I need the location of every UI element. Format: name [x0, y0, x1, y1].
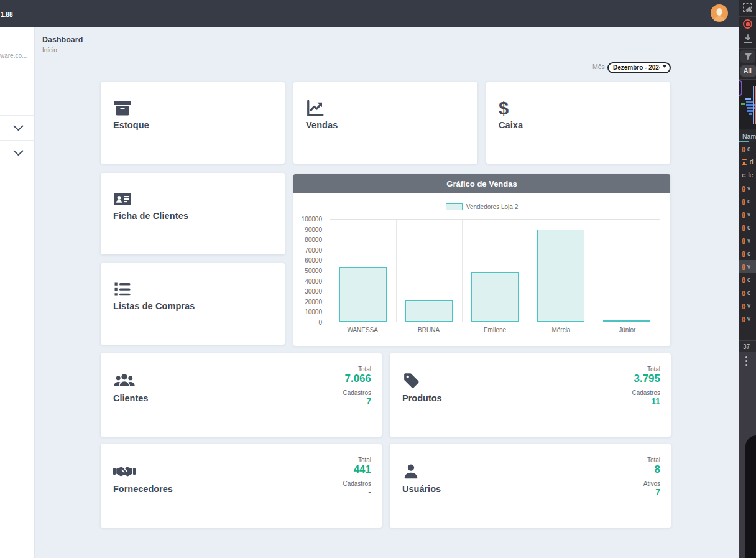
- script-file-icon: {}: [742, 146, 745, 152]
- network-request-row[interactable]: {}c: [739, 273, 756, 286]
- shortcut-card-ficha-de-clientes[interactable]: Ficha de Clientes: [101, 173, 285, 254]
- network-request-list: {}cdCle{}v{}c{}v{}c{}v{}c{}v{}c{}c{}v{}v: [739, 142, 756, 325]
- shortcut-card-caixa[interactable]: $ Caixa: [486, 82, 670, 164]
- media-file-icon: [742, 159, 747, 165]
- network-request-row[interactable]: {}c: [739, 221, 756, 234]
- column-sort-indicator: [739, 141, 749, 142]
- list-icon: [113, 280, 132, 299]
- network-request-row[interactable]: {}v: [739, 299, 756, 312]
- request-name: c: [747, 224, 750, 231]
- y-axis-tick-label: 10000: [305, 309, 322, 315]
- network-request-row[interactable]: d: [739, 156, 756, 169]
- import-har-icon[interactable]: [743, 34, 753, 44]
- handshake-icon: [113, 462, 136, 481]
- script-file-icon: {}: [742, 225, 745, 231]
- left-sidebar: ware.co...: [0, 27, 35, 558]
- shortcut-card-listas-de-compras[interactable]: Listas de Compras: [101, 263, 285, 345]
- network-request-row[interactable]: {}c: [739, 247, 756, 260]
- device-preview-shape: [745, 435, 756, 558]
- metric-label: Cadastros: [632, 389, 660, 396]
- legend-swatch: [446, 203, 463, 210]
- favicon-letter-icon: C: [742, 172, 746, 179]
- overview-load-marker: [753, 86, 754, 124]
- network-request-row[interactable]: {}v: [739, 260, 756, 273]
- metric-value: 441: [343, 463, 371, 476]
- shortcut-card-estoque[interactable]: Estoque: [101, 82, 285, 164]
- chart-bar-BRUNA: [405, 300, 453, 322]
- users-icon: [113, 371, 136, 391]
- inspect-element-icon[interactable]: [743, 3, 752, 12]
- network-request-row[interactable]: {}v: [739, 208, 756, 221]
- user-avatar[interactable]: [711, 4, 728, 22]
- shortcut-card-vendas[interactable]: Vendas: [293, 82, 477, 164]
- y-axis-tick-label: 60000: [305, 257, 322, 264]
- metric-label: Total: [632, 366, 660, 373]
- metric-value: 11: [632, 396, 660, 407]
- overview-bar: [741, 103, 745, 105]
- network-request-row[interactable]: {}v: [739, 234, 756, 247]
- network-name-column-header[interactable]: Nam: [739, 130, 756, 142]
- stat-card-label: Produtos: [402, 393, 442, 403]
- request-name: v: [747, 185, 750, 192]
- stat-card-label: Clientes: [113, 393, 148, 403]
- kebab-menu-icon[interactable]: [745, 356, 747, 368]
- record-network-log-button[interactable]: [743, 19, 752, 29]
- breadcrumb: Início: [42, 47, 57, 53]
- y-axis-tick-label: 100000: [302, 216, 322, 223]
- x-axis-category-label: WANESSA: [330, 327, 395, 333]
- y-axis-tick-label: 40000: [305, 277, 322, 284]
- month-select[interactable]: Dezembro - 2024: [607, 62, 671, 73]
- tag-icon: [402, 371, 421, 391]
- y-axis-tick-label: 90000: [305, 226, 322, 233]
- network-request-row[interactable]: Cle: [739, 169, 756, 182]
- network-request-row[interactable]: {}c: [739, 142, 756, 156]
- funnel-icon: [744, 53, 752, 60]
- network-request-row[interactable]: {}c: [739, 286, 756, 299]
- metric-label: Total: [343, 457, 371, 463]
- legend-label: Vendedores Loja 2: [466, 203, 518, 210]
- metric-value: 7.066: [343, 373, 371, 385]
- metric-value: -: [343, 487, 371, 498]
- network-request-row[interactable]: {}v: [739, 182, 756, 195]
- overview-bar: [749, 113, 752, 115]
- shortcut-label: Listas de Compras: [113, 301, 195, 311]
- name-column-label: Nam: [742, 133, 756, 140]
- devtools-divider: [739, 16, 756, 17]
- stat-card-produtos: Produtos Total 3.795 Cadastros 11: [390, 353, 671, 437]
- vertical-gridline: [462, 220, 463, 322]
- dollar-icon: $: [499, 99, 517, 118]
- metric-value: 3.795: [632, 373, 660, 385]
- chevron-down-icon: [13, 125, 24, 131]
- network-request-row[interactable]: {}c: [739, 195, 756, 208]
- chart-plot: [330, 219, 660, 322]
- month-select-label: Mês: [592, 63, 605, 70]
- script-file-icon: {}: [742, 185, 745, 192]
- network-request-row[interactable]: {}v: [739, 312, 756, 325]
- stat-card-label: Usuários: [402, 484, 441, 494]
- vertical-gridline: [396, 220, 397, 322]
- x-axis-category-label: BRUNA: [395, 327, 461, 333]
- sidebar-item-collapsible-1[interactable]: [0, 115, 34, 140]
- sidebar-item-collapsible-2[interactable]: [0, 140, 34, 165]
- filter-button[interactable]: [740, 50, 755, 63]
- script-file-icon: {}: [742, 316, 745, 322]
- script-file-icon: {}: [742, 251, 745, 257]
- request-name: v: [747, 315, 750, 322]
- sales-chart-icon: [306, 99, 325, 118]
- user-icon: [402, 462, 420, 481]
- shortcut-label: Vendas: [306, 120, 338, 130]
- y-axis-tick-label: 30000: [305, 288, 322, 295]
- timeline-drag-handle-icon: [739, 80, 742, 96]
- archive-box-icon: [113, 99, 132, 118]
- request-name: v: [747, 263, 750, 270]
- request-name: c: [747, 276, 750, 283]
- chart-bar-Emilene: [471, 272, 519, 322]
- metric-label: Total: [643, 457, 660, 463]
- chart-x-axis: WANESSABRUNAEmileneMérciaJúnior: [330, 327, 660, 333]
- request-name: c: [747, 146, 750, 152]
- script-file-icon: {}: [742, 290, 745, 296]
- chevron-down-icon: [13, 150, 24, 156]
- network-overview-timeline[interactable]: [739, 79, 756, 129]
- chart-y-axis: 1000009000080000700006000050000400003000…: [293, 219, 326, 322]
- filter-chip-all[interactable]: All: [740, 65, 756, 77]
